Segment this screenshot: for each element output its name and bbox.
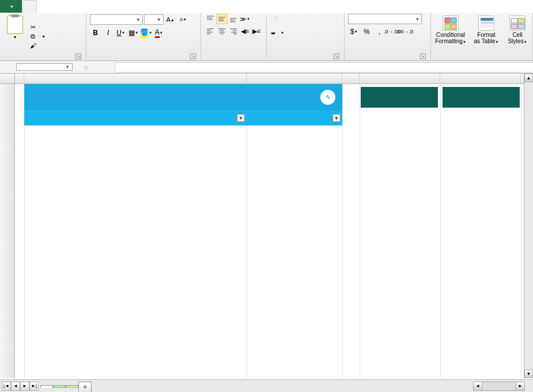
cancel-formula-icon: ○ (84, 64, 88, 71)
bucket-icon: 🪣 (140, 28, 149, 38)
select-all-corner[interactable] (0, 74, 15, 83)
tab-data[interactable] (78, 0, 92, 13)
italic-button[interactable]: I (103, 27, 114, 39)
first-sheet-button[interactable]: |◄ (2, 382, 11, 391)
number-format-select[interactable]: ▼ (348, 14, 422, 24)
svg-rect-22 (451, 18, 456, 23)
formula-input[interactable] (115, 62, 533, 73)
fill-color-button[interactable]: 🪣▼ (141, 27, 152, 39)
tab-page-layout[interactable] (51, 0, 65, 13)
cond-fmt-label: ConditionalFormatting▼ (435, 32, 466, 44)
last-sheet-button[interactable]: ►| (29, 382, 39, 391)
col-header-d[interactable] (342, 74, 360, 83)
fmt-table-label: Formatas Table▼ (474, 32, 499, 44)
tab-review[interactable] (92, 0, 106, 13)
wrap-icon: 📄 (271, 17, 278, 23)
scroll-up-icon[interactable]: ▲ (524, 74, 533, 82)
font-size-select[interactable]: ▼ (144, 14, 164, 25)
number-dialog-launcher[interactable]: ↘ (420, 54, 426, 59)
underline-button[interactable]: U▼ (115, 27, 127, 39)
paste-icon (7, 16, 23, 34)
font-dialog-launcher[interactable]: ↘ (190, 54, 196, 59)
col-header-b[interactable] (24, 74, 247, 83)
svg-rect-21 (445, 18, 450, 23)
tab-view[interactable] (106, 0, 120, 13)
chevron-down-icon: ▼ (281, 31, 284, 35)
decrease-font-button[interactable]: A▼ (177, 14, 189, 25)
format-painter-button[interactable]: 🖌 (29, 41, 46, 50)
table-header-description[interactable]: ▼ (24, 111, 247, 125)
svg-rect-26 (481, 21, 493, 24)
tab-home[interactable] (22, 0, 37, 13)
align-middle-button[interactable] (216, 14, 228, 24)
increase-font-button[interactable]: A▲ (165, 14, 176, 25)
tab-insert[interactable] (37, 0, 51, 13)
month-view-button[interactable] (361, 87, 438, 108)
decrease-indent-button[interactable]: ◀≡ (239, 26, 251, 36)
alignment-dialog-launcher[interactable]: ↘ (334, 54, 339, 59)
bold-button[interactable]: B (90, 27, 101, 39)
prev-sheet-button[interactable]: ◄ (11, 382, 20, 391)
cut-button[interactable]: ✂ (29, 23, 46, 31)
copy-icon: ⧉ (29, 32, 37, 40)
svg-rect-25 (481, 18, 493, 21)
svg-rect-29 (518, 18, 524, 23)
sheet-tab-month-view[interactable] (53, 385, 66, 388)
new-sheet-button[interactable]: ✧ (78, 382, 92, 392)
align-right-button[interactable] (228, 26, 239, 36)
tab-formulas[interactable] (65, 0, 78, 13)
wrap-text-button[interactable]: 📄 (271, 14, 284, 25)
cell-styles-label: CellStyles▼ (508, 32, 527, 44)
chevron-down-icon: ▼ (415, 17, 419, 22)
next-sheet-button[interactable]: ► (20, 382, 29, 391)
sheet-tab-assignments[interactable] (40, 385, 53, 388)
font-color-icon: A (155, 28, 160, 38)
copy-button[interactable]: ⧉▼ (29, 32, 46, 40)
filter-button-description[interactable]: ▼ (237, 114, 245, 122)
name-box[interactable]: ▼ (16, 63, 73, 71)
format-table-icon (478, 16, 494, 31)
col-header-c[interactable] (247, 74, 342, 83)
scroll-down-icon[interactable]: ▼ (524, 370, 533, 378)
svg-rect-23 (445, 24, 450, 29)
decrease-decimal-button[interactable]: .00→.0 (399, 26, 410, 37)
format-as-table-button[interactable]: Formatas Table▼ (470, 14, 502, 59)
col-header-e[interactable] (360, 74, 440, 83)
col-header-a[interactable] (15, 74, 24, 83)
align-center-button[interactable] (216, 26, 228, 36)
cell-styles-button[interactable]: CellStyles▼ (506, 14, 529, 59)
scissors-icon: ✂ (29, 23, 37, 31)
font-color-button[interactable]: A▼ (153, 27, 165, 39)
conditional-formatting-button[interactable]: ConditionalFormatting▼ (434, 14, 467, 59)
svg-rect-31 (518, 24, 524, 29)
file-tab[interactable]: ▼ (0, 0, 22, 13)
week-view-button[interactable] (443, 87, 520, 108)
table-header-due-date[interactable]: ▼ (247, 111, 342, 125)
edit-icon[interactable]: ✎ (320, 90, 335, 105)
clipboard-dialog-launcher[interactable]: ↘ (75, 54, 81, 59)
align-left-button[interactable] (205, 26, 216, 36)
chevron-down-icon: ▼ (157, 17, 161, 22)
accounting-format-button[interactable]: $▼ (348, 26, 360, 37)
border-button[interactable]: ▦▼ (128, 27, 139, 39)
sheet-tab-week-view[interactable] (66, 385, 78, 388)
conditional-formatting-icon (443, 16, 459, 31)
merge-icon: ⬌ (271, 30, 275, 36)
orientation-button[interactable]: ≫▼ (239, 14, 251, 24)
chevron-down-icon: ▼ (136, 17, 141, 22)
cell-styles-icon (509, 16, 526, 31)
merge-center-button[interactable]: ⬌▼ (271, 27, 284, 39)
align-top-button[interactable] (205, 14, 216, 24)
font-name-select[interactable]: ▼ (90, 14, 143, 25)
brush-icon: 🖌 (29, 41, 37, 50)
col-header-f[interactable] (440, 74, 521, 83)
paste-button[interactable]: ▼ (3, 14, 27, 59)
horizontal-scrollbar[interactable] (473, 382, 525, 391)
increase-indent-button[interactable]: ▶≡ (251, 26, 262, 36)
filter-button-due-date[interactable]: ▼ (332, 114, 341, 122)
vertical-scrollbar[interactable]: ▲ ▼ (524, 74, 533, 378)
svg-rect-28 (511, 18, 517, 23)
chevron-down-icon: ▼ (10, 5, 14, 9)
align-bottom-button[interactable] (228, 14, 239, 24)
percent-format-button[interactable]: % (361, 26, 372, 37)
